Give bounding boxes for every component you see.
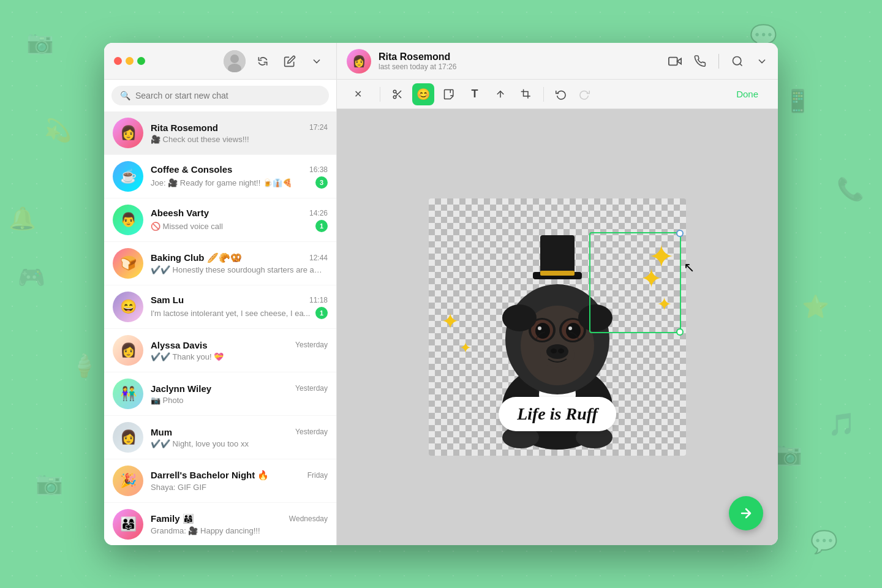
search-icon: 🔍 [120,91,130,100]
send-button[interactable] [729,496,763,530]
chat-preview: Joe: 🎥 Ready for game night!! 🍺👔🍕 [151,178,312,187]
chat-avatar: 🎉 [113,466,143,496]
editor-toolbar: ✕ 😊 [337,80,778,109]
minimize-window-button[interactable] [126,57,134,65]
chat-item[interactable]: 😄 Sam Lu 11:18 I'm lactose intolerant ye… [104,285,336,329]
svg-line-11 [396,92,398,94]
compose-button[interactable] [280,51,300,71]
chat-avatar: 👨‍👩‍👧 [113,509,143,540]
svg-point-28 [568,326,572,330]
chat-content: Family 👨‍👩‍👧 Wednesday Grandma: 🎥 Happy … [151,513,328,535]
chat-time: 14:26 [309,209,328,217]
header-divider [718,54,719,69]
svg-line-10 [399,95,401,97]
svg-point-8 [393,96,396,99]
user-avatar[interactable] [224,50,246,72]
chat-preview: 🎥 Check out these views!!! [151,135,328,144]
chat-area: 👩 Rita Rosemond last seen today at 17:26 [337,43,778,545]
toolbar-divider-2 [543,87,544,102]
chat-contact-name: Rita Rosemond [379,51,661,62]
search-bar[interactable]: 🔍 [111,86,329,105]
chat-header: 👩 Rita Rosemond last seen today at 17:26 [337,43,778,80]
chat-time: Yesterday [295,384,328,393]
sparkles-sticker[interactable]: ✦ ✦ ✦ [589,232,681,333]
chat-name: Abeesh Varty [151,208,209,218]
search-input[interactable] [135,91,320,100]
svg-point-32 [558,349,564,353]
app-window: 🔍 👩 Rita Rosemond 17:24 🎥 Check out thes… [104,43,778,545]
chat-item[interactable]: ☕ Coffee & Consoles 16:38 Joe: 🎥 Ready f… [104,155,336,198]
undo-button[interactable] [550,83,572,105]
chat-more-button[interactable] [756,55,768,67]
chat-name: Mum [151,427,172,437]
chat-time: 17:24 [309,123,328,132]
done-button[interactable]: Done [726,85,768,103]
editor-container: ✕ 😊 [337,80,778,545]
chat-preview: 🚫 Missed voice call [151,222,312,231]
video-call-button[interactable] [668,55,682,68]
svg-point-31 [551,349,557,353]
chat-content: Abeesh Varty 14:26 🚫 Missed voice call 1 [151,208,328,232]
scissors-tool-button[interactable] [386,83,409,105]
svg-point-33 [502,304,537,331]
chat-time: Friday [307,471,328,480]
search-chat-button[interactable] [731,55,744,67]
crop-tool-button[interactable] [515,83,537,105]
chat-item[interactable]: 👩 Alyssa Davis Yesterday ✔️✔️ Thank you!… [104,329,336,372]
chat-header-actions [668,54,768,69]
chat-time: Wednesday [289,514,328,523]
chat-content: Darrell's Bachelor Night 🔥 Friday Shaya:… [151,470,328,492]
svg-point-30 [546,344,568,359]
chat-avatar: 👩 [113,335,143,366]
editor-close-button[interactable]: ✕ [347,83,369,105]
chat-header-info: Rita Rosemond last seen today at 17:26 [379,51,661,71]
sticker-tool-button[interactable] [438,83,460,105]
chat-preview: Shaya: GIF GIF [151,483,328,492]
chat-name: Alyssa Davis [151,340,208,350]
chat-status: last seen today at 17:26 [379,62,661,71]
chat-item[interactable]: 🍞 Baking Club 🥖🥐🥨 12:44 ✔️✔️ Honestly th… [104,242,336,285]
chat-time: Yesterday [295,341,328,349]
chat-content: Jaclynn Wiley Yesterday 📷 Photo [151,383,328,405]
chat-item[interactable]: 👩 Mum Yesterday ✔️✔️ Night, love you too… [104,416,336,459]
svg-marker-3 [677,58,681,64]
chat-list: 👩 Rita Rosemond 17:24 🎥 Check out these … [104,111,336,545]
chat-name: Rita Rosemond [151,123,218,133]
chat-time: 16:38 [309,165,328,174]
traffic-lights [114,57,145,65]
svg-rect-4 [669,57,677,65]
chat-item[interactable]: 👨 Abeesh Varty 14:26 🚫 Missed voice call… [104,198,336,242]
chat-avatar: ☕ [113,161,143,192]
chat-preview: ✔️✔️ Night, love you too xx [151,439,328,448]
chat-content: Mum Yesterday ✔️✔️ Night, love you too x… [151,427,328,448]
chat-item[interactable]: 👩 Rita Rosemond 17:24 🎥 Check out these … [104,111,336,155]
chat-item[interactable]: 🎉 Darrell's Bachelor Night 🔥 Friday Shay… [104,459,336,503]
chat-item[interactable]: 👫 Jaclynn Wiley Yesterday 📷 Photo [104,372,336,416]
close-window-button[interactable] [114,57,122,65]
pen-tool-button[interactable] [489,83,511,105]
chat-header-avatar: 👩 [347,49,371,74]
chat-preview: ✔️✔️ Thank you! 💝 [151,352,328,361]
chat-avatar: 😄 [113,292,143,322]
svg-rect-37 [540,271,575,276]
maximize-window-button[interactable] [137,57,145,65]
sticker-canvas[interactable]: Life is Ruff ✦ ✦ ✦ [429,198,686,456]
chat-item[interactable]: 👨‍👩‍👧 Family 👨‍👩‍👧 Wednesday Grandma: 🎥 … [104,503,336,545]
chat-name: Family 👨‍👩‍👧 [151,513,194,524]
chat-badge: 1 [315,307,328,319]
refresh-button[interactable] [253,51,273,71]
emoji-tool-button[interactable]: 😊 [412,83,434,105]
chat-preview: ✔️✔️ Honestly these sourdough starters a… [151,265,328,274]
redo-button[interactable] [573,83,595,105]
chat-preview: 📷 Photo [151,396,328,405]
chat-content: Sam Lu 11:18 I'm lactose intolerant yet,… [151,295,328,319]
voice-call-button[interactable] [694,55,706,67]
toolbar-divider-1 [380,87,380,102]
chat-name: Darrell's Bachelor Night 🔥 [151,470,269,481]
sidebar: 🔍 👩 Rita Rosemond 17:24 🎥 Check out thes… [104,43,337,545]
chat-name: Sam Lu [151,295,184,305]
svg-point-27 [538,326,541,330]
text-tool-button[interactable]: T [464,83,486,105]
svg-point-1 [230,55,239,63]
more-button[interactable] [307,51,326,71]
